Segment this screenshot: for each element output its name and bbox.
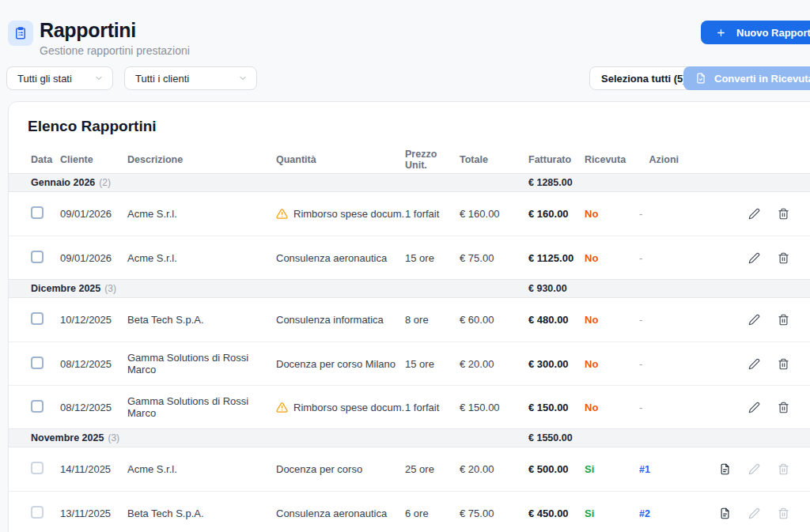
date-cell: 09/01/2026 [60,208,127,220]
receipt-dash: - [639,358,642,370]
clipboard-icon [8,21,33,46]
total-cell: € 150.00 [528,402,585,413]
total-cell: € 480.00 [528,314,585,326]
receipt-cell: - [639,314,706,326]
row-checkbox[interactable] [31,251,44,263]
column-header: Quantità [276,154,405,165]
total-cell: € 450.00 [528,507,585,519]
page-title: Rapportini [40,19,190,42]
client-cell: Gamma Solutions di Rossi Marco [127,395,276,419]
convert-to-receipt-button[interactable]: Converti in Ricevuta (0) [683,66,810,90]
row-checkbox[interactable] [31,462,44,474]
month-group-label: Novembre 2025(3) [31,432,405,443]
new-rapportino-label: Nuovo Rapportino [736,27,810,39]
month-group-row: Novembre 2025(3)€ 1550.00 [9,428,810,447]
edit-icon[interactable] [748,463,760,475]
month-count: (3) [108,432,119,443]
quantity-cell: 1 forfait [405,402,460,413]
description-cell: Consulenza informatica [276,314,405,326]
month-count: (2) [99,177,111,188]
delete-icon[interactable] [778,402,789,413]
column-header: Ricevuta [585,154,639,165]
action-slot [748,507,760,519]
edit-icon[interactable] [748,402,760,413]
edit-icon[interactable] [748,358,760,370]
description-text: Consulenza aeronautica [276,507,387,519]
actions-cell [706,342,810,385]
receipt-document-icon[interactable] [719,507,731,519]
row-checkbox[interactable] [31,357,44,369]
row-checkbox[interactable] [31,506,44,519]
month-group-label: Dicembre 2025(3) [31,283,405,294]
table-row: 13/11/2025Beta Tech S.p.A.Consulenza aer… [9,491,810,532]
delete-icon[interactable] [778,463,789,475]
status-filter-value: Tutti gli stati [17,73,72,85]
checkbox-cell [31,357,60,372]
row-checkbox[interactable] [31,206,44,219]
edit-icon[interactable] [748,208,760,220]
column-header: Prezzo Unit. [405,149,460,171]
action-slot [748,314,760,326]
client-cell: Acme S.r.l. [127,252,276,264]
new-rapportino-button[interactable]: Nuovo Rapportino [701,21,810,44]
action-slot [778,251,789,264]
edit-icon[interactable] [748,507,760,519]
description-text: Docenza per corso [276,463,362,475]
chevron-down-icon [238,74,248,83]
client-cell: Acme S.r.l. [127,208,276,220]
status-filter-select[interactable]: Tutti gli stati [6,66,113,90]
action-slot [719,251,731,264]
quantity-cell: 8 ore [405,314,460,326]
table-row: 09/01/2026Acme S.r.l.Rimborso spese docu… [9,192,810,236]
row-checkbox[interactable] [31,312,44,325]
row-checkbox[interactable] [31,400,44,413]
receipt-number-link[interactable]: #1 [639,464,650,475]
action-slot [719,463,731,476]
unit-price-cell: € 150.00 [460,402,528,413]
action-slot [748,401,760,413]
receipt-cell: - [639,208,706,220]
receipt-document-icon[interactable] [719,463,731,475]
actions-cell [706,386,810,428]
column-header: Cliente [60,154,127,165]
client-cell: Gamma Solutions di Rossi Marco [127,352,276,375]
month-group-row: Dicembre 2025(3)€ 930.00 [9,279,810,298]
checkbox-cell [31,506,60,521]
month-total: € 1285.00 [528,177,585,188]
total-cell: € 500.00 [528,463,585,475]
invoiced-status: No [585,402,639,413]
delete-icon[interactable] [778,208,789,220]
receipt-cell: #2 [639,507,706,519]
checkbox-cell [31,400,60,415]
actions-cell [706,192,810,236]
delete-icon[interactable] [778,507,789,519]
description-cell: Docenza per corso [276,463,405,475]
invoiced-status: No [585,314,639,326]
delete-icon[interactable] [778,358,789,370]
month-count: (3) [104,283,116,294]
client-filter-select[interactable]: Tutti i clienti [124,66,257,90]
month-total: € 930.00 [528,283,585,294]
total-cell: € 300.00 [528,358,585,370]
month-name: Novembre 2025 [31,432,104,443]
quantity-cell: 1 forfait [405,208,460,220]
action-slot [778,357,789,370]
chevron-down-icon [94,74,104,83]
edit-icon[interactable] [748,314,760,326]
table-row: 14/11/2025Acme S.r.l.Docenza per corso25… [9,447,810,491]
description-cell: Rimborso spese docum... [276,402,405,413]
description-text: Rimborso spese docum... [293,402,405,413]
date-cell: 10/12/2025 [60,314,127,326]
select-all-button[interactable]: Seleziona tutti (5) [589,66,698,90]
month-group-row: Gennaio 2026(2)€ 1285.00 [9,173,810,192]
action-slot [778,507,789,519]
delete-icon[interactable] [778,252,789,264]
action-slot [778,314,789,326]
month-name: Dicembre 2025 [31,283,100,294]
delete-icon[interactable] [778,314,789,326]
description-cell: Docenza per corso Milano [276,358,405,370]
edit-icon[interactable] [748,252,760,264]
action-slot [719,314,731,326]
checkbox-cell [31,251,60,266]
receipt-number-link[interactable]: #2 [639,508,650,519]
